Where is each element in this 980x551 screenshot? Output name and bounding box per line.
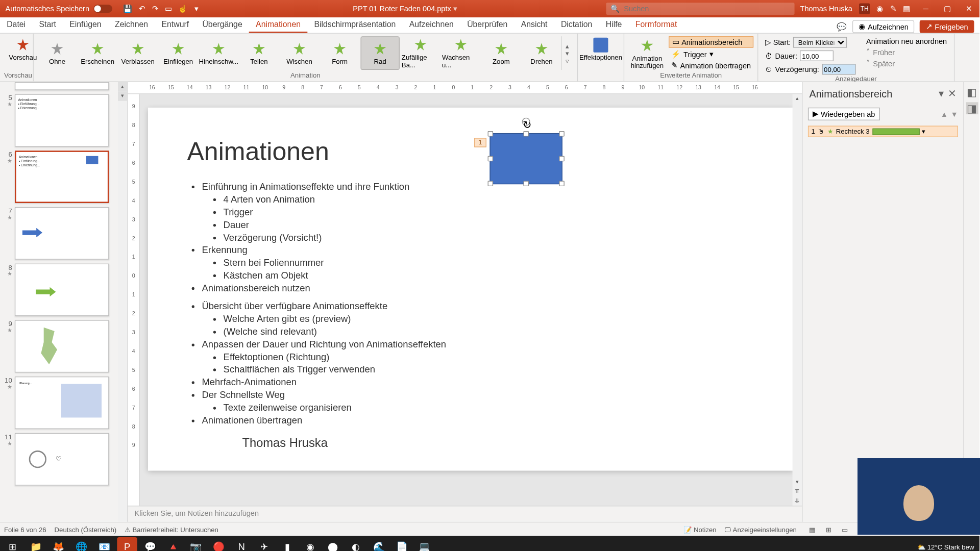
animation-einfliegen[interactable]: Einfliegen: [159, 36, 198, 70]
search-input[interactable]: [624, 5, 791, 13]
pane-close-icon[interactable]: ✕: [948, 87, 957, 99]
slide-thumbnail-9[interactable]: [15, 320, 109, 372]
tab-entwurf[interactable]: Entwurf: [155, 17, 195, 33]
slide-author[interactable]: Thomas Hruska: [242, 436, 327, 450]
redo-icon[interactable]: ↷: [152, 5, 158, 13]
accessibility-status[interactable]: ⚠ Barrierefreiheit: Untersuchen: [125, 525, 218, 533]
animation-wischen[interactable]: Wischen: [280, 36, 318, 70]
trigger-button[interactable]: ⚡ Trigger ▾: [669, 49, 753, 59]
animation-teilen[interactable]: Teilen: [239, 36, 278, 70]
language-status[interactable]: Deutsch (Österreich): [55, 525, 117, 533]
undo-icon[interactable]: ↶: [139, 5, 145, 13]
duration-input[interactable]: [800, 51, 834, 61]
vlc-icon[interactable]: 🔺: [163, 537, 183, 551]
scroll-down-icon[interactable]: ▾: [118, 91, 127, 101]
tab-überprüfen[interactable]: Überprüfen: [460, 17, 514, 33]
notes-toggle[interactable]: 📝 Notizen: [683, 525, 716, 533]
side-tool-2[interactable]: ◨: [966, 102, 978, 114]
telegram-icon[interactable]: ✈: [254, 537, 275, 551]
start-button[interactable]: ⊞: [3, 537, 23, 551]
slide-body[interactable]: Einführung in Animationseffekte und ihre…: [188, 180, 446, 427]
animation-list-item[interactable]: 1 🖱 ★ Rechteck 3 ▾: [808, 126, 958, 137]
animation-pane-toggle[interactable]: ▭ Animationsbereich: [669, 36, 753, 47]
present-icon[interactable]: ▭: [165, 5, 172, 13]
tab-formformat[interactable]: Formformat: [629, 17, 684, 33]
draw-icon[interactable]: ✎: [890, 5, 896, 13]
explorer-icon[interactable]: 📁: [26, 537, 46, 551]
slide-thumbnail-8[interactable]: [15, 264, 109, 316]
resize-handle-nw[interactable]: [488, 131, 494, 137]
tab-datei[interactable]: Datei: [0, 17, 32, 33]
onenote-icon[interactable]: N: [231, 537, 252, 551]
app-icon-3[interactable]: 🔴: [209, 537, 229, 551]
animation-tag[interactable]: 1: [474, 138, 486, 147]
rectangle-shape[interactable]: 1 ↻: [490, 133, 562, 184]
add-animation-button[interactable]: Animation hinzufügen: [628, 36, 666, 70]
animation-verblassen[interactable]: Verblassen: [118, 36, 157, 70]
app-icon-1[interactable]: 💬: [140, 537, 160, 551]
play-from-button[interactable]: ▶ Wiedergeben ab: [808, 108, 880, 120]
animation-rad[interactable]: Rad: [360, 36, 399, 70]
close-button[interactable]: ✕: [958, 0, 979, 17]
delay-input[interactable]: [822, 64, 855, 74]
app-icon-8[interactable]: 💻: [414, 537, 435, 551]
resize-handle-ne[interactable]: [559, 131, 565, 137]
tab-übergänge[interactable]: Übergänge: [195, 17, 249, 33]
normal-view-icon[interactable]: ▦: [805, 524, 820, 535]
tab-dictation[interactable]: Dictation: [554, 17, 599, 33]
comments-icon[interactable]: 💬: [837, 22, 847, 31]
slide-thumbnail-10[interactable]: Planung...: [15, 377, 109, 429]
slide-thumbnail-7[interactable]: [15, 207, 109, 260]
rotate-handle[interactable]: ↻: [522, 118, 530, 126]
user-avatar[interactable]: TH: [859, 4, 870, 14]
canvas-scroll-up-icon[interactable]: ▴: [793, 94, 802, 104]
resize-handle-e[interactable]: [559, 156, 565, 162]
resize-handle-s[interactable]: [523, 181, 529, 187]
chrome-icon[interactable]: 🌐: [71, 537, 92, 551]
obs-icon[interactable]: ◉: [300, 537, 321, 551]
animation-zuflligeba[interactable]: Zufällige Ba...: [401, 36, 440, 70]
move-up-icon[interactable]: ▲: [941, 110, 948, 118]
app-icon-6[interactable]: ◐: [346, 537, 366, 551]
notes-field[interactable]: Klicken Sie, um Notizen hinzuzufügen: [128, 506, 802, 522]
record-button[interactable]: ◉ Aufzeichnen: [852, 20, 915, 33]
effect-options-button[interactable]: Effektoptionen: [582, 36, 620, 62]
resize-handle-sw[interactable]: [488, 181, 494, 187]
item-menu-icon[interactable]: ▾: [922, 128, 925, 135]
slide-thumbnail-5[interactable]: Animationen• Einführung...• Erkennung...: [15, 94, 109, 147]
scroll-up-icon[interactable]: ▴: [118, 82, 127, 91]
search-box[interactable]: 🔍: [606, 3, 795, 15]
maximize-button[interactable]: ▢: [937, 0, 958, 17]
move-down-icon[interactable]: ▼: [950, 110, 958, 118]
slide-canvas[interactable]: Animationen Einführung in Animationseffe…: [148, 108, 794, 471]
tab-aufzeichnen[interactable]: Aufzeichnen: [403, 17, 460, 33]
tab-hilfe[interactable]: Hilfe: [599, 17, 629, 33]
webex-icon[interactable]: ◉: [876, 5, 883, 13]
tab-ansicht[interactable]: Ansicht: [514, 17, 554, 33]
weather-widget[interactable]: ⛅ 12°C Stark bew: [917, 543, 974, 550]
tab-zeichnen[interactable]: Zeichnen: [108, 17, 155, 33]
canvas-scrollbar[interactable]: ▴ ▾ ⇈ ⇊: [793, 94, 802, 506]
display-settings[interactable]: 🖵 Anzeigeeinstellungen: [724, 525, 796, 533]
animation-hineinschw[interactable]: Hineinschw...: [199, 36, 238, 70]
slide-title[interactable]: Animationen: [187, 137, 329, 166]
share-button[interactable]: ↗ Freigeben: [920, 20, 974, 33]
slide-thumbnail-partial[interactable]: [15, 82, 109, 90]
firefox-icon[interactable]: 🦊: [48, 537, 69, 551]
animation-erscheinen[interactable]: Erscheinen: [78, 36, 117, 70]
resize-handle-se[interactable]: [559, 181, 565, 187]
resize-handle-n[interactable]: [523, 131, 529, 137]
animation-drehen[interactable]: Drehen: [522, 36, 561, 70]
animation-zoom[interactable]: Zoom: [482, 36, 521, 70]
start-select[interactable]: Beim Klicken: [794, 37, 847, 47]
side-tool-1[interactable]: ◧: [966, 86, 978, 98]
slide-thumbnail-6[interactable]: Animationen• Einführung...• Erkennung...: [15, 151, 109, 203]
prev-slide-icon[interactable]: ⇈: [793, 487, 802, 496]
tab-bildschirmpräsentation[interactable]: Bildschirmpräsentation: [307, 17, 402, 33]
canvas-scroll-down-icon[interactable]: ▾: [793, 478, 802, 487]
app-icon-7[interactable]: 📄: [391, 537, 412, 551]
app-icon-2[interactable]: 📷: [186, 537, 206, 551]
sorter-view-icon[interactable]: ⊞: [821, 524, 836, 535]
thumbnail-scrollbar[interactable]: ▴ ▾: [118, 82, 127, 522]
powerpoint-icon[interactable]: P: [117, 537, 137, 551]
